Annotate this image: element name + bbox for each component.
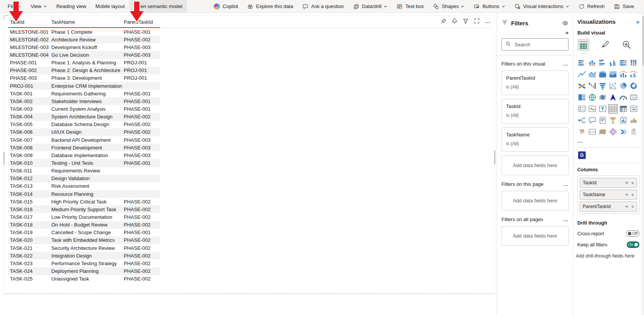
- viz-type-100-stacked-area-chart-icon[interactable]: [608, 70, 618, 79]
- table-row[interactable]: TASK-023Performance Testing StrategyPHAS…: [8, 259, 160, 267]
- filter-card-parenttaskid[interactable]: ParentTaskIdis (All): [501, 71, 569, 95]
- table-row[interactable]: TASK-020Task with Embedded MetricsPHASE-…: [8, 236, 160, 244]
- table-row[interactable]: TASK-017Low Priority DocumentationPHASE-…: [8, 213, 160, 221]
- toolbar-view[interactable]: View: [26, 0, 52, 13]
- table-row[interactable]: TASK-002Stakeholder InterviewsPHASE-001: [8, 97, 160, 105]
- table-row[interactable]: TASK-014Resource Planning: [8, 190, 160, 198]
- viz-type-kpi-icon[interactable]: [588, 104, 597, 113]
- viz-type-waterfall-chart-icon[interactable]: [588, 81, 597, 90]
- table-row[interactable]: TASK-008Frontend DevelopmentPHASE-003: [8, 144, 160, 151]
- toolbar-save[interactable]: Save: [609, 0, 639, 13]
- table-row[interactable]: TASK-007Backend API DevelopmentPHASE-003: [8, 136, 160, 144]
- more-options-icon[interactable]: …: [563, 181, 569, 187]
- table-row[interactable]: TASK-024Deployment PlanningPHASE-002: [8, 267, 160, 275]
- viz-type-donut-chart-icon[interactable]: [629, 81, 638, 90]
- more-visual-options[interactable]: ...: [577, 138, 639, 144]
- table-row[interactable]: TASK-006UI/UX DesignPHASE-002: [8, 128, 160, 136]
- table-row[interactable]: TASK-021Security Architecture ReviewPHAS…: [8, 244, 160, 252]
- column-header-taskname[interactable]: TaskName: [49, 19, 122, 25]
- viz-type-power-apps-icon[interactable]: [629, 116, 638, 125]
- viz-type-pie-chart-icon[interactable]: [619, 81, 628, 90]
- field-chip-taskid[interactable]: TaskId ×: [580, 178, 637, 188]
- chevron-down-icon[interactable]: [625, 205, 629, 208]
- viz-type-paginated-report-icon[interactable]: [619, 116, 628, 125]
- custom-visual-g-icon[interactable]: G: [578, 151, 586, 159]
- column-header-parenttaskid[interactable]: ParentTaskId: [122, 19, 160, 25]
- viz-type-card-icon[interactable]: 123: [629, 93, 638, 102]
- viz-type-stacked-column-chart-icon[interactable]: [588, 58, 597, 67]
- viz-type-stacked-area-chart-icon[interactable]: [598, 70, 607, 79]
- table-row[interactable]: TASK-004System Architecture DesignPHASE-…: [8, 113, 160, 121]
- remove-field-icon[interactable]: ×: [631, 180, 634, 186]
- field-chip-parenttaskid[interactable]: ParentTaskId ×: [580, 202, 637, 212]
- remove-field-icon[interactable]: ×: [631, 204, 634, 210]
- viz-type-matrix-icon[interactable]: [619, 104, 628, 113]
- toolbar-text-box[interactable]: Text box: [392, 0, 428, 13]
- table-row[interactable]: TASK-018On Hold - Budget ReviewPHASE-002: [8, 221, 160, 229]
- table-row[interactable]: TASK-003Current System AnalysisPHASE-001: [8, 105, 160, 113]
- viz-type-more-visuals-placeholder-icon[interactable]: [629, 127, 638, 136]
- tab-analytics[interactable]: [620, 39, 633, 51]
- column-header-taskid[interactable]: TaskId: [8, 19, 49, 25]
- table-row[interactable]: MILESTONE-003Development KickoffPHASE-00…: [8, 43, 160, 51]
- table-row[interactable]: TASK-016Medium Priority Support TaskPHAS…: [8, 205, 160, 213]
- viz-type-arcgis-map-icon[interactable]: [598, 127, 607, 136]
- toolbar-ask-a-question[interactable]: Ask a question: [298, 0, 348, 13]
- table-row[interactable]: TASK-010Testing - Unit TestsPHASE-001: [8, 159, 160, 167]
- viz-type-smart-narrative-icon[interactable]: [598, 116, 607, 125]
- viz-type-line-and-clustered-column-chart-icon[interactable]: [629, 70, 638, 79]
- table-row[interactable]: TASK-015High Priority Critical TaskPHASE…: [8, 198, 160, 205]
- table-visual-container[interactable]: … TaskIdTaskNameParentTaskId MILESTONE-0…: [4, 15, 495, 294]
- table-row[interactable]: PHASE-003Phase 3: DevelopmentPROJ-001: [8, 74, 160, 82]
- table-row[interactable]: TASK-013Risk Assessment: [8, 182, 160, 190]
- table-row[interactable]: TASK-012Design Validation: [8, 175, 160, 182]
- table-row[interactable]: TASK-005Database Schema DesignPHASE-002: [8, 121, 160, 128]
- toolbar-copilot[interactable]: Copilot: [209, 0, 243, 13]
- viz-type-clustered-bar-chart-icon[interactable]: [598, 58, 607, 67]
- toolbar-file[interactable]: File: [3, 0, 26, 13]
- viz-type-decomposition-tree-icon[interactable]: [577, 116, 587, 125]
- table-row[interactable]: TASK-019Cancelled - Scope ChangePHASE-00…: [8, 229, 160, 236]
- alert-icon[interactable]: [451, 18, 458, 24]
- scrollbar-thumb[interactable]: [642, 16, 644, 66]
- filter-icon[interactable]: [462, 18, 469, 24]
- filters-search-input[interactable]: Search: [501, 38, 569, 51]
- viz-type-custom-visual-chevrons-icon[interactable]: [619, 127, 628, 136]
- toolbar-pin-to-a-dashboa[interactable]: Pin to a dashboa: [639, 0, 644, 13]
- field-chip-taskname[interactable]: TaskName ×: [580, 190, 637, 200]
- toolbar-open-semantic-model[interactable]: Open semantic model: [129, 0, 187, 13]
- viz-type-multi-row-card-icon[interactable]: [577, 104, 587, 113]
- eye-icon[interactable]: [562, 20, 569, 26]
- viz-type-scatter-chart-icon[interactable]: [608, 81, 618, 90]
- viz-type-100-stacked-bar-chart-icon[interactable]: [619, 58, 628, 67]
- toolbar-refresh[interactable]: Refresh: [574, 0, 610, 13]
- table-row[interactable]: PHASE-001Phase 1: Analysis & PlanningPRO…: [8, 59, 160, 67]
- viz-type-gauge-icon[interactable]: [619, 93, 628, 102]
- table-row[interactable]: TASK-011Requirements Review: [8, 167, 160, 175]
- vertical-scrollbar[interactable]: [642, 13, 644, 315]
- viz-type-line-chart-icon[interactable]: [577, 70, 587, 79]
- viz-type-slicer-icon[interactable]: [598, 104, 607, 113]
- table-row[interactable]: MILESTONE-001Phase 1 CompletePHASE-001: [8, 28, 160, 36]
- table-row[interactable]: MILESTONE-002Architecture ReviewPHASE-00…: [8, 36, 160, 43]
- filter-card-taskid[interactable]: TaskIdis (All): [501, 99, 569, 123]
- remove-field-icon[interactable]: ×: [631, 192, 634, 198]
- viz-type-stacked-bar-chart-icon[interactable]: [577, 58, 587, 67]
- report-canvas[interactable]: … TaskIdTaskNameParentTaskId MILESTONE-0…: [0, 13, 497, 315]
- collapse-visualizations-pane-icon[interactable]: »: [636, 18, 639, 25]
- viz-type-metrics-icon[interactable]: [608, 116, 618, 125]
- filter-card-taskname[interactable]: TaskNameis (All): [501, 127, 569, 152]
- viz-type-100-stacked-column-chart-icon[interactable]: [629, 58, 638, 67]
- table-row[interactable]: TASK-022Integration DesignPHASE-002: [8, 252, 160, 259]
- viz-type-table-icon[interactable]: [608, 104, 618, 113]
- viz-type-custom-visual-diamond-icon[interactable]: [608, 127, 618, 136]
- toolbar-reading-view[interactable]: Reading view: [52, 0, 91, 13]
- viz-type-azure-map-icon[interactable]: [608, 93, 618, 102]
- viz-type-power-automate-icon[interactable]: [577, 127, 587, 136]
- visual-resize-handle-right[interactable]: [494, 151, 495, 164]
- viz-type-funnel-chart-icon[interactable]: [598, 81, 607, 90]
- table-row[interactable]: PHASE-002Phase 2: Design & ArchitectureP…: [8, 67, 160, 74]
- viz-type-script-visual-icon[interactable]: </>: [588, 127, 597, 136]
- toolbar-buttons[interactable]: Buttons: [469, 0, 510, 13]
- chevron-down-icon[interactable]: [625, 193, 629, 197]
